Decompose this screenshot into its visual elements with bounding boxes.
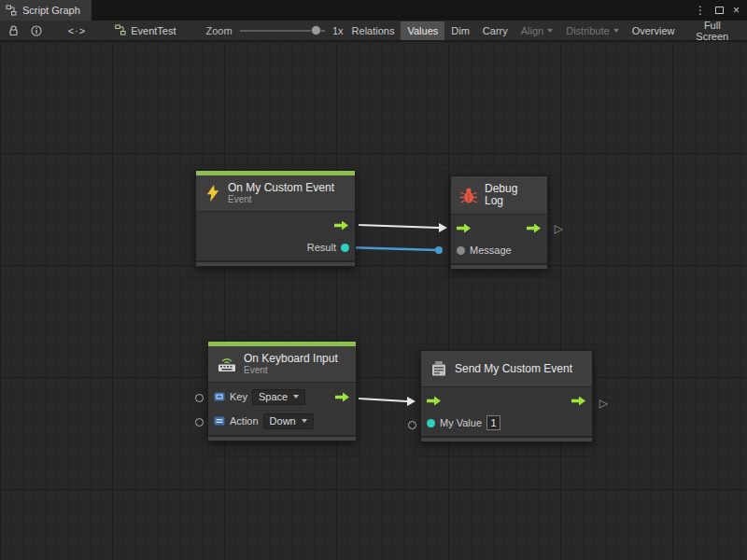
- node-body: My Value: [421, 386, 592, 436]
- value-output-port[interactable]: [341, 244, 349, 252]
- my-value-input[interactable]: [486, 415, 500, 430]
- graph-reference[interactable]: EventTest: [115, 24, 176, 37]
- port-row: Message: [451, 239, 547, 261]
- node-title: On My Custom Event: [228, 182, 334, 194]
- port-label: Action: [230, 415, 259, 427]
- port-row: My Value: [421, 412, 592, 434]
- tab-title: Script Graph: [22, 5, 80, 16]
- bug-icon: [459, 186, 478, 204]
- zoom-slider-knob[interactable]: [311, 25, 321, 35]
- chevron-down-icon: [547, 29, 553, 33]
- port-label: Result: [307, 242, 336, 253]
- control-input-port[interactable]: [457, 223, 472, 233]
- port-label: Key: [230, 391, 247, 402]
- control-output-port[interactable]: [571, 396, 586, 406]
- control-output-port[interactable]: [334, 220, 349, 231]
- chevron-down-icon: [293, 395, 299, 399]
- value-input-port[interactable]: [427, 419, 435, 427]
- node-body: Message: [451, 214, 547, 263]
- keycode-type-icon: [214, 391, 225, 402]
- full-screen-button[interactable]: Full Screen: [682, 21, 744, 40]
- node-send-my-custom-event[interactable]: Send My Custom Event My Value: [420, 350, 593, 442]
- dim-button[interactable]: Dim: [444, 21, 476, 40]
- lightning-icon: [204, 185, 221, 202]
- code-view-button[interactable]: <·>: [62, 21, 93, 40]
- node-footer: [208, 435, 356, 441]
- node-header[interactable]: Send My Custom Event: [421, 351, 592, 386]
- control-connection-keyboard-to-send[interactable]: [359, 397, 416, 406]
- align-button[interactable]: Align: [514, 21, 559, 40]
- node-subtitle: Event: [228, 194, 334, 204]
- chevron-down-icon: [302, 419, 307, 423]
- value-input-port-action[interactable]: [195, 418, 204, 427]
- carry-button[interactable]: Carry: [476, 21, 514, 40]
- script-graph-asset-icon: [115, 24, 126, 37]
- tab-bar: Script Graph ⋮ ×: [0, 0, 747, 21]
- keyboard-icon: [217, 356, 237, 372]
- values-button[interactable]: Values: [401, 21, 444, 40]
- port-row: [421, 389, 592, 412]
- overview-button[interactable]: Overview: [626, 21, 682, 40]
- tabbar-spacer: [92, 0, 695, 21]
- info-icon[interactable]: [26, 21, 47, 40]
- port-row: [451, 217, 547, 239]
- continuation-triangle-icon: ▷: [599, 397, 608, 410]
- connections-layer: [0, 41, 747, 560]
- zoom-value: 1x: [332, 25, 344, 36]
- port-label: My Value: [440, 417, 482, 428]
- key-dropdown[interactable]: Space: [252, 389, 305, 405]
- node-title-line2: Log: [485, 195, 517, 207]
- port-row: Key Space: [208, 385, 356, 409]
- window-controls: ⋮ ×: [695, 0, 747, 21]
- unity-graph-window: Script Graph ⋮ × <·>: [0, 0, 747, 560]
- custom-event-icon: [430, 359, 448, 378]
- action-dropdown-value: Down: [270, 415, 296, 427]
- action-dropdown[interactable]: Down: [263, 413, 314, 429]
- node-header[interactable]: On My Custom Event Event: [196, 175, 355, 211]
- graph-toolbar: <·> EventTest Zoom 1x Relations Values D…: [0, 21, 747, 41]
- control-output-port[interactable]: [527, 223, 542, 233]
- distribute-label: Distribute: [566, 25, 609, 36]
- graph-icon: [6, 5, 17, 16]
- close-icon[interactable]: ×: [733, 5, 740, 16]
- node-footer: [196, 260, 355, 266]
- control-connection-event-to-log[interactable]: [359, 223, 447, 232]
- node-subtitle: Event: [244, 365, 338, 375]
- value-connection-result-to-message[interactable]: [341, 244, 443, 254]
- node-header[interactable]: On Keyboard Input Event: [208, 346, 356, 382]
- control-output-port[interactable]: [335, 392, 350, 402]
- key-dropdown-value: Space: [259, 391, 288, 402]
- control-input-port[interactable]: [427, 396, 442, 406]
- value-input-port-my-value[interactable]: [408, 421, 416, 429]
- node-body: Result: [196, 211, 355, 260]
- zoom-slider[interactable]: [240, 21, 325, 40]
- node-title: Send My Custom Event: [455, 363, 572, 375]
- node-body: Key Space: [208, 382, 356, 435]
- port-row: [196, 214, 355, 236]
- maximize-icon[interactable]: [715, 5, 724, 16]
- relations-button[interactable]: Relations: [345, 21, 402, 40]
- tab-script-graph[interactable]: Script Graph: [0, 0, 92, 21]
- toolbar-button-group: Relations Values Dim Carry Align Distrib…: [345, 21, 743, 40]
- node-on-keyboard-input[interactable]: On Keyboard Input Event Key Space: [207, 341, 357, 441]
- port-label: Message: [470, 245, 512, 256]
- menu-icon[interactable]: ⋮: [695, 5, 706, 16]
- align-label: Align: [521, 25, 543, 36]
- port-row: Result: [196, 236, 355, 259]
- zoom-label: Zoom: [206, 25, 233, 36]
- action-type-icon: [214, 415, 225, 427]
- port-row: Action Down: [208, 409, 356, 433]
- value-input-port-key[interactable]: [195, 394, 204, 402]
- node-footer: [451, 263, 547, 269]
- graph-canvas[interactable]: On My Custom Event Event Result: [0, 41, 747, 560]
- node-debug-log[interactable]: Debug Log Message ▷: [450, 175, 548, 270]
- lock-icon[interactable]: [4, 21, 24, 40]
- distribute-button[interactable]: Distribute: [559, 21, 625, 40]
- node-header[interactable]: Debug Log: [451, 176, 547, 214]
- node-footer: [421, 436, 592, 441]
- node-title: On Keyboard Input: [244, 353, 338, 365]
- value-input-port[interactable]: [457, 246, 465, 255]
- node-on-my-custom-event[interactable]: On My Custom Event Event Result: [195, 170, 356, 267]
- continuation-triangle-icon: ▷: [555, 222, 563, 235]
- chevron-down-icon: [613, 29, 619, 33]
